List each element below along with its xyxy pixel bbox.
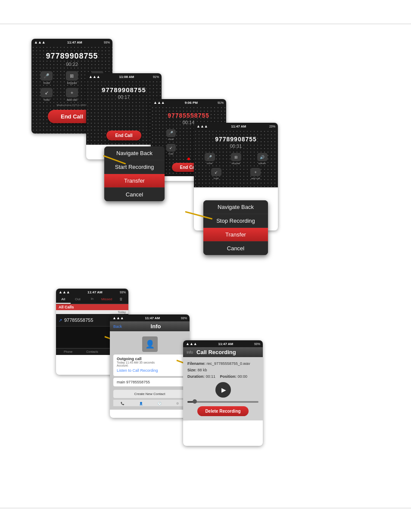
phone-tab[interactable]: Phone xyxy=(56,350,80,353)
contacts-tab[interactable]: Contacts xyxy=(80,350,104,353)
mute-btn-4[interactable]: 🎤 mute xyxy=(205,153,215,165)
call-date: Today 11:45 AM 35 seconds xyxy=(117,361,183,364)
screen-info: ▲▲▲ 11:47 AM 93% Back Info 👤 Outgoing ca… xyxy=(110,314,190,418)
rec-filename: Filename: rec_97785558755_0.wav xyxy=(187,361,258,366)
back-btn-6[interactable]: Back xyxy=(113,324,122,329)
hold-icon-3: ↙ xyxy=(166,144,176,152)
signal-icon-3: ▲▲▲ xyxy=(153,100,165,105)
info-title: Info xyxy=(125,323,186,330)
status-time-6: 11:47 AM xyxy=(145,316,160,320)
tab-out[interactable]: Out xyxy=(71,296,85,304)
history-icon-6[interactable]: 🕐 xyxy=(158,402,162,405)
hold-btn-1[interactable]: ↙ hold xyxy=(40,88,53,101)
hold-icon-1: ↙ xyxy=(40,88,53,97)
speaker-label-4: speakr xyxy=(258,162,266,165)
call-buttons-row-4b: ↙ hold + add call xyxy=(194,166,278,181)
hold-icon-4: ↙ xyxy=(211,168,221,176)
mute-label-3: mute xyxy=(168,138,174,140)
keypad-icon-4: ⊞ xyxy=(231,153,241,161)
hold-label-3: hold xyxy=(168,152,173,155)
status-time-2: 11:08 AM xyxy=(119,75,134,79)
contact-avatar: 👤 xyxy=(142,336,158,352)
battery-6: 93% xyxy=(181,317,187,320)
outgoing-call-field: Outgoing call Today 11:45 AM 35 seconds … xyxy=(113,355,186,376)
delete-tab[interactable]: 🗑 xyxy=(114,296,128,304)
transfer-btn-1[interactable]: Transfer xyxy=(104,174,165,188)
status-bar-3: ▲▲▲ 9:06 PM 91% xyxy=(151,99,226,106)
keypad-btn-1[interactable]: ⊞ keypad xyxy=(66,71,78,84)
tab-missed[interactable]: Missed xyxy=(100,296,114,304)
mute-icon-3: 🎤 xyxy=(166,129,176,137)
rec-body: Filename: rec_97785558755_0.wav Size: 88… xyxy=(183,357,263,420)
speaker-btn-4[interactable]: 🔊 speakr xyxy=(257,153,268,165)
phone-number-field: main 97785558755 xyxy=(113,378,186,386)
keypad-btn-4[interactable]: ⊞ keypad xyxy=(231,153,241,165)
end-call-btn-2[interactable]: End Call xyxy=(106,131,141,140)
status-bar-4: ▲▲▲ 11:47 AM 23% xyxy=(194,123,278,130)
top-divider xyxy=(0,24,411,24)
play-button[interactable] xyxy=(215,382,231,398)
status-time-3: 9:06 PM xyxy=(185,101,198,105)
status-bar-5: ▲▲▲ 11:47 AM 93% xyxy=(56,289,128,296)
call-out-icon: ↗ xyxy=(59,318,62,323)
status-time-4: 11:47 AM xyxy=(231,124,246,128)
settings-icon-6[interactable]: ⚙ xyxy=(176,402,179,405)
battery-3: 91% xyxy=(218,101,224,104)
signal-icon-2: ▲▲▲ xyxy=(89,75,100,79)
phone-icon-6[interactable]: 📞 xyxy=(121,402,125,405)
delete-recording-btn[interactable]: Delete Recording xyxy=(197,406,248,416)
mute-icon-1: 🎤 xyxy=(40,71,53,81)
contacts-icon-6[interactable]: 👤 xyxy=(139,402,143,405)
cancel-btn-1[interactable]: Cancel xyxy=(104,188,165,201)
history-tabs: All Out In Missed 🗑 xyxy=(56,296,128,304)
add-call-icon-4: + xyxy=(250,168,261,176)
stop-recording-btn[interactable]: Stop Recording xyxy=(203,214,268,228)
bottom-nav-6: 📞 👤 🕐 ⚙ xyxy=(113,400,186,406)
battery-5: 93% xyxy=(120,291,126,294)
account-label: Account: xyxy=(117,364,183,367)
mute-label-1: mute xyxy=(44,81,50,84)
signal-icon-4: ▲▲▲ xyxy=(196,124,208,128)
mute-btn-1[interactable]: 🎤 mute xyxy=(40,71,53,84)
status-bar-6: ▲▲▲ 11:47 AM 93% xyxy=(110,314,190,321)
hold-label-4: hold xyxy=(214,177,218,180)
call-duration-2: 00:17 xyxy=(86,94,162,100)
action-menu-1: Navigate Back Start Recording Transfer C… xyxy=(104,146,165,201)
rec-progress-bar[interactable] xyxy=(187,401,258,403)
info-body: 👤 Outgoing call Today 11:45 AM 35 second… xyxy=(110,331,190,410)
recording-indicator xyxy=(187,158,190,160)
navigate-back-btn-2[interactable]: Navigate Back xyxy=(203,200,268,214)
transfer-btn-2[interactable]: Transfer xyxy=(203,228,268,242)
rec-title: Call Recording xyxy=(196,349,236,355)
call-number-2: 97789908755 xyxy=(86,83,162,94)
hold-label-1: hold xyxy=(44,98,50,101)
add-call-btn-4[interactable]: + add call xyxy=(250,168,261,180)
tab-all[interactable]: All xyxy=(56,296,71,304)
hold-btn-3[interactable]: ↙ hold xyxy=(166,144,176,155)
listen-recording-link[interactable]: Listen to Call Recording xyxy=(117,367,183,374)
call-duration-4: 00:31 xyxy=(194,143,278,149)
call-duration-1: 00:22 xyxy=(31,62,112,67)
status-bar-1: ▲▲▲ 11:47 AM 93% xyxy=(31,39,112,46)
navigate-back-btn-1[interactable]: Navigate Back xyxy=(104,146,165,160)
call-type: Outgoing call xyxy=(117,357,183,361)
keypad-icon-1: ⊞ xyxy=(66,71,78,81)
rec-tab-info[interactable]: Info xyxy=(187,350,193,355)
hold-btn-4[interactable]: ↙ hold xyxy=(211,168,221,180)
status-time-7: 11:47 AM xyxy=(218,342,233,346)
add-call-label-4: add call xyxy=(251,177,260,180)
battery-7: 93% xyxy=(254,342,260,345)
add-call-btn-1[interactable]: + add call xyxy=(66,88,78,101)
mute-btn-3[interactable]: 🎤 mute xyxy=(166,129,176,140)
create-contact-btn[interactable]: Create New Contact xyxy=(113,390,186,398)
status-bar-7: ▲▲▲ 11:47 AM 93% xyxy=(183,340,263,347)
signal-icon: ▲▲▲ xyxy=(34,40,46,44)
start-recording-btn[interactable]: Start Recording xyxy=(104,160,165,174)
status-time-5: 11:47 AM xyxy=(87,290,103,294)
call-buttons-row-4: 🎤 mute ⊞ keypad 🔊 speakr xyxy=(194,151,278,166)
mute-label-4: mute xyxy=(207,162,212,165)
tab-in[interactable]: In xyxy=(85,296,100,304)
cancel-btn-2[interactable]: Cancel xyxy=(203,242,268,255)
status-bar-2: ▲▲▲ 11:08 AM 91% xyxy=(86,73,162,80)
battery-1: 93% xyxy=(104,41,110,44)
